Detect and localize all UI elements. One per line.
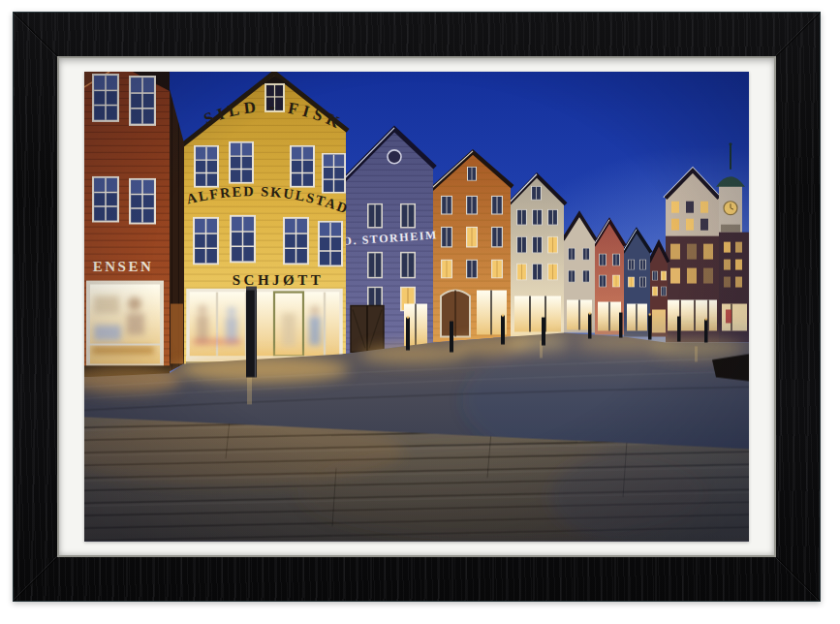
- picture-frame: O. STORHEIM: [13, 12, 821, 602]
- page-background: O. STORHEIM: [0, 0, 840, 624]
- mat-board: O. STORHEIM: [59, 58, 774, 555]
- bryggen-scene: O. STORHEIM: [84, 72, 749, 542]
- vignette-overlay: [84, 72, 749, 542]
- bryggen-photo: O. STORHEIM: [84, 72, 749, 542]
